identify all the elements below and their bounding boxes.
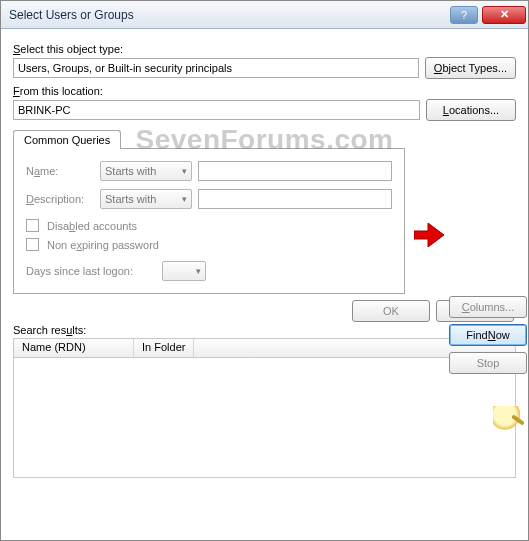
tab-common-queries[interactable]: Common Queries: [13, 130, 121, 149]
description-input[interactable]: [198, 189, 392, 209]
find-now-button[interactable]: Find Now: [449, 324, 527, 346]
object-types-button[interactable]: Object Types...: [425, 57, 516, 79]
arrow-annotation: [414, 223, 444, 247]
chevron-down-icon: ▾: [182, 166, 187, 176]
description-mode-dropdown[interactable]: Starts with ▾: [100, 189, 192, 209]
chevron-down-icon: ▾: [196, 266, 201, 276]
close-button[interactable]: ✕: [482, 6, 526, 24]
disabled-accounts-label: Disabled accounts: [47, 220, 137, 232]
help-button[interactable]: ?: [450, 6, 478, 24]
disabled-accounts-row[interactable]: Disabled accounts: [26, 217, 392, 232]
results-header: Name (RDN) In Folder: [13, 338, 516, 358]
locations-button[interactable]: Locations...: [426, 99, 516, 121]
columns-button[interactable]: Columns...: [449, 296, 527, 318]
results-col-name[interactable]: Name (RDN): [14, 339, 134, 357]
non-expiring-row[interactable]: Non expiring password: [26, 236, 392, 251]
description-label: Description:: [26, 193, 94, 205]
disabled-accounts-checkbox[interactable]: [26, 219, 39, 232]
results-col-folder[interactable]: In Folder: [134, 339, 194, 357]
days-since-logon-label: Days since last logon:: [26, 265, 156, 277]
titlebar: Select Users or Groups ? ✕: [1, 1, 528, 29]
name-input[interactable]: [198, 161, 392, 181]
location-field: [13, 100, 420, 120]
name-label: Name:: [26, 165, 94, 177]
description-mode-value: Starts with: [105, 193, 156, 205]
location-label: From this location:: [13, 85, 516, 97]
search-results-label: Search results:: [13, 324, 516, 336]
days-since-logon-dropdown[interactable]: ▾: [162, 261, 206, 281]
tab-strip: Common Queries: [13, 129, 516, 148]
results-list[interactable]: [13, 358, 516, 478]
non-expiring-label: Non expiring password: [47, 239, 159, 251]
non-expiring-checkbox[interactable]: [26, 238, 39, 251]
window-title: Select Users or Groups: [9, 8, 448, 22]
common-queries-panel: Name: Starts with ▾ Description: Starts …: [13, 148, 405, 294]
name-mode-value: Starts with: [105, 165, 156, 177]
object-type-label: Select this object type:: [13, 43, 516, 55]
ok-button[interactable]: OK: [352, 300, 430, 322]
search-folder-icon: [493, 406, 527, 430]
chevron-down-icon: ▾: [182, 194, 187, 204]
object-type-field: [13, 58, 419, 78]
name-mode-dropdown[interactable]: Starts with ▾: [100, 161, 192, 181]
stop-button[interactable]: Stop: [449, 352, 527, 374]
